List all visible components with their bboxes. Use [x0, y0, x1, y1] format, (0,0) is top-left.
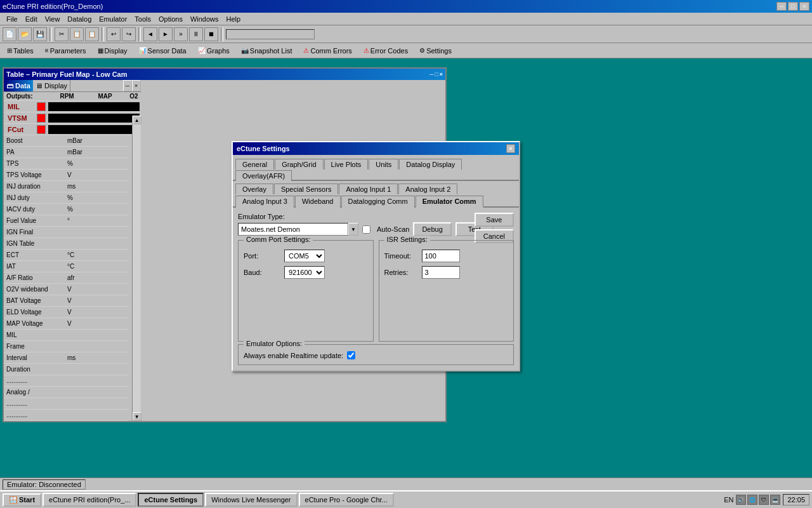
data-row-mil: MIL: [4, 330, 128, 341]
taskbar: 🪟 Start eCtune PRI edition(Pro_... eCtun…: [0, 490, 812, 508]
emulator-type-input[interactable]: [238, 223, 348, 236]
zoom-slider[interactable]: [226, 29, 315, 39]
tab-units[interactable]: Units: [369, 159, 398, 170]
taskbar-item-messenger[interactable]: Windows Live Messenger: [205, 493, 297, 507]
data-row-dots3: ............: [4, 410, 128, 421]
data-panel-minimize[interactable]: ─: [123, 80, 132, 91]
sys-icon-4: 💻: [770, 495, 780, 505]
start-button[interactable]: 🪟 Start: [3, 493, 41, 507]
menu-windows[interactable]: Windows: [187, 14, 223, 24]
emulator-type-arrow[interactable]: ▼: [348, 223, 358, 236]
tab-overlay-afr[interactable]: Overlay(AFR): [235, 170, 292, 181]
menu-view[interactable]: View: [41, 14, 64, 24]
retries-input[interactable]: [422, 266, 460, 279]
always-enable-checkbox[interactable]: [347, 351, 355, 359]
menu-edit[interactable]: Edit: [22, 14, 41, 24]
tab-wideband[interactable]: Wideband: [295, 196, 341, 208]
tab-display[interactable]: ▦ Display: [93, 45, 132, 57]
port-select[interactable]: COM5 COM1 COM2 COM3 COM4 COM6: [284, 250, 325, 262]
scroll-track[interactable]: [133, 124, 141, 412]
toolbar-sep1: [49, 27, 52, 41]
prev-button[interactable]: ◄: [143, 27, 157, 41]
data-row-ect: ECT°C: [4, 250, 128, 261]
tab-analog-input-1[interactable]: Analog Input 1: [339, 184, 398, 194]
save-toolbar-button[interactable]: 💾: [33, 27, 47, 41]
table-close-btn[interactable]: ×: [440, 71, 443, 77]
table-minimize-btn[interactable]: ─: [429, 71, 433, 77]
data-row-tps: TPS%: [4, 158, 128, 170]
display-panel-tab[interactable]: 🖥 Display: [33, 80, 70, 91]
menu-tools[interactable]: Tools: [131, 14, 155, 24]
output-vtsm-indicator: [37, 114, 46, 123]
redo-button[interactable]: ↪: [122, 27, 136, 41]
data-row-iacv-duty: IACV duty%: [4, 204, 128, 215]
tab-live-plots[interactable]: Live Plots: [324, 159, 369, 170]
paste-button[interactable]: 📋: [85, 27, 99, 41]
copy-button[interactable]: 📋: [70, 27, 84, 41]
menu-file[interactable]: File: [3, 14, 22, 24]
tab-graphs[interactable]: 📈 Graphs: [193, 45, 234, 57]
output-fcut-bar: [48, 125, 140, 134]
sys-icon-3: 🛡: [759, 495, 769, 505]
main-window: eCtune PRI edition(Pro_Demon) ─ □ × File…: [0, 0, 812, 508]
autoscan-checkbox[interactable]: [362, 225, 370, 234]
taskbar-item-chrome[interactable]: eCtune Pro - Google Chr...: [299, 493, 394, 507]
undo-button[interactable]: ↩: [107, 27, 121, 41]
restore-button[interactable]: □: [788, 2, 798, 11]
comm-panels: Comm Port Settings: Port: COM5 COM1 COM2…: [238, 240, 514, 342]
tab-tables[interactable]: ⊞ Tables: [3, 45, 38, 57]
pause-button[interactable]: ⏸: [189, 27, 203, 41]
data-row-dots1: ............: [4, 375, 128, 387]
taskbar-clock: 22:05: [783, 494, 809, 505]
menu-help[interactable]: Help: [223, 14, 245, 24]
fast-forward-button[interactable]: »: [174, 27, 188, 41]
menu-emulator[interactable]: Emulator: [95, 14, 131, 24]
dialog-close-button[interactable]: ×: [506, 144, 515, 153]
tab-error-codes[interactable]: ⚠ Error Codes: [359, 45, 412, 57]
tab-comm-errors[interactable]: ⚠ Comm Errors: [299, 45, 356, 57]
menu-options[interactable]: Options: [155, 14, 187, 24]
close-button[interactable]: ×: [799, 2, 809, 11]
scroll-up[interactable]: ▲: [133, 116, 141, 124]
data-panel-tab[interactable]: 🗃 Data: [4, 80, 33, 91]
open-button[interactable]: 📂: [18, 27, 32, 41]
next-button[interactable]: ►: [159, 27, 173, 41]
settings-dialog: eCtune Settings × General Graph/Grid Liv…: [232, 141, 520, 371]
data-icon: 🗃: [6, 82, 13, 90]
data-row-pa: PAmBar: [4, 147, 128, 158]
debug-button[interactable]: Debug: [413, 222, 451, 236]
save-button[interactable]: Save: [475, 213, 514, 227]
tab-datalog-display[interactable]: Datalog Display: [399, 159, 462, 170]
stop-button[interactable]: ⏹: [204, 27, 218, 41]
error-codes-icon: ⚠: [363, 47, 369, 54]
baud-select[interactable]: 921600 9600 19200 38400 57600 115200: [284, 266, 325, 279]
output-fcut-indicator: [37, 125, 46, 134]
tab-analog-input-2[interactable]: Analog Input 2: [398, 184, 457, 194]
data-panel-close[interactable]: ×: [132, 80, 141, 91]
tab-graph-grid[interactable]: Graph/Grid: [275, 159, 323, 170]
tab-analog-input-3[interactable]: Analog Input 3: [235, 196, 294, 208]
isr-group: ISR Settings: Timeout: Retries:: [379, 240, 514, 342]
taskbar-item-settings[interactable]: eCtune Settings: [138, 493, 204, 507]
sys-icon-1: 🔊: [736, 495, 746, 505]
taskbar-item-ectune-main[interactable]: eCtune PRI edition(Pro_...: [43, 493, 136, 507]
table-restore-btn[interactable]: □: [435, 71, 438, 77]
tab-special-sensors[interactable]: Special Sensors: [274, 184, 339, 194]
emulator-type-group: Emulator Type: ▼ Auto-Scan Debug Test: [238, 213, 514, 236]
tab-settings[interactable]: ⚙ Settings: [415, 45, 456, 57]
data-row-o2v-wideband: O2V widebandV: [4, 284, 128, 295]
tab-overlay[interactable]: Overlay: [235, 184, 273, 194]
tab-parameters[interactable]: ≡ Parameters: [41, 45, 91, 57]
new-button[interactable]: 📄: [3, 27, 16, 41]
tab-general[interactable]: General: [235, 159, 274, 170]
minimize-button[interactable]: ─: [776, 2, 787, 11]
tab-datalogging-comm[interactable]: Datalogging Comm: [341, 196, 415, 208]
menu-datalog[interactable]: Datalog: [63, 14, 95, 24]
timeout-input[interactable]: [422, 250, 460, 262]
cut-button[interactable]: ✂: [55, 27, 69, 41]
scroll-down[interactable]: ▼: [133, 412, 141, 421]
tab-sensor-data[interactable]: 📊 Sensor Data: [134, 45, 191, 57]
emulator-type-label: Emulator Type:: [238, 213, 514, 220]
tab-snapshot[interactable]: 📷 Snapshot List: [237, 45, 297, 57]
tab-emulator-comm[interactable]: Emulator Comm: [416, 196, 483, 208]
